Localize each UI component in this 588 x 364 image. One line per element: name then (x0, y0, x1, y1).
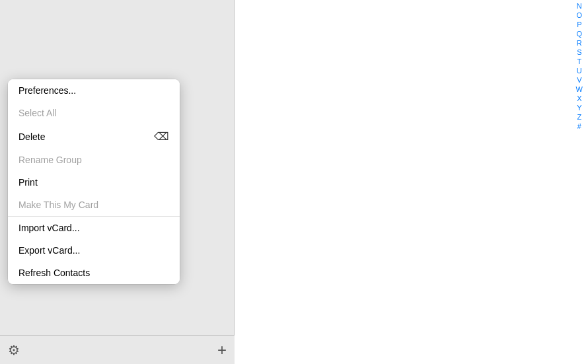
menu-section-1: Preferences... Select All Delete ⌫ Renam… (8, 79, 180, 217)
alpha-z[interactable]: Z (576, 114, 583, 121)
alpha-index: N O P Q R S T U V W X Y Z # (576, 0, 583, 364)
alpha-w[interactable]: W (576, 86, 583, 93)
alpha-r[interactable]: R (576, 40, 583, 47)
gear-icon[interactable]: ⚙ (8, 342, 20, 358)
alpha-u[interactable]: U (576, 67, 583, 75)
select-all-label: Select All (18, 108, 57, 118)
menu-item-select-all: Select All (8, 102, 180, 124)
alpha-s[interactable]: S (576, 49, 583, 56)
backspace-icon: ⌫ (154, 130, 169, 143)
menu-section-2: Import vCard... Export vCard... Refresh … (8, 217, 180, 284)
import-vcard-label: Import vCard... (18, 223, 80, 233)
menu-item-make-my-card: Make This My Card (8, 194, 180, 216)
delete-label: Delete (18, 131, 45, 142)
main-content: N O P Q R S T U V W X Y Z # (235, 0, 588, 364)
menu-item-delete[interactable]: Delete ⌫ (8, 124, 180, 149)
preferences-label: Preferences... (18, 85, 76, 96)
alpha-p[interactable]: P (576, 21, 583, 28)
alpha-v[interactable]: V (576, 77, 583, 84)
menu-item-export-vcard[interactable]: Export vCard... (8, 239, 180, 262)
alpha-t[interactable]: T (576, 58, 583, 65)
refresh-contacts-label: Refresh Contacts (18, 268, 90, 278)
alpha-y[interactable]: Y (576, 104, 583, 112)
menu-item-import-vcard[interactable]: Import vCard... (8, 217, 180, 239)
rename-group-label: Rename Group (18, 155, 82, 165)
print-label: Print (18, 177, 38, 188)
alpha-x[interactable]: X (576, 95, 583, 102)
menu-item-refresh-contacts[interactable]: Refresh Contacts (8, 262, 180, 284)
toolbar: ⚙ + (0, 335, 235, 364)
alpha-n[interactable]: N (576, 3, 583, 10)
add-contact-button[interactable]: + (217, 341, 227, 359)
make-my-card-label: Make This My Card (18, 200, 98, 210)
alpha-hash[interactable]: # (576, 123, 583, 130)
alpha-q[interactable]: Q (576, 30, 583, 38)
export-vcard-label: Export vCard... (18, 245, 80, 256)
menu-item-preferences[interactable]: Preferences... (8, 79, 180, 102)
menu-item-print[interactable]: Print (8, 171, 180, 194)
menu-item-rename-group: Rename Group (8, 149, 180, 171)
context-menu: Preferences... Select All Delete ⌫ Renam… (8, 79, 180, 284)
alpha-o[interactable]: O (576, 12, 583, 19)
